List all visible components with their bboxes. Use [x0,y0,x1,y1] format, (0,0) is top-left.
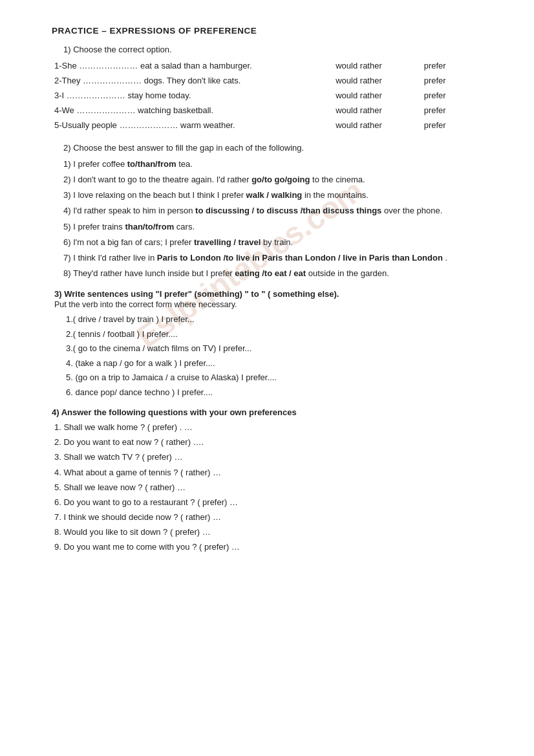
item-rest: cars. [174,222,195,232]
item-num: 6) [63,237,71,247]
table-row: 4-We ………………… watching basketball. would … [52,104,495,116]
item-num: 3) [63,190,71,200]
section4-header: 4) Answer the following questions with y… [52,407,495,417]
list-item: 2.( tennis / football ) I prefer.... [66,328,495,341]
option2-cell: prefer [422,74,495,87]
list-item: 7. I think we should decide now ? ( rath… [54,511,495,524]
list-item: 8. Would you like to sit down ? ( prefer… [54,526,495,539]
item-rest: outside in the garden. [306,268,389,278]
item-text: I prefer trains [73,222,125,232]
option1-cell: would rather [323,104,421,116]
item-num: 5) [63,222,71,232]
option2-cell: prefer [422,104,495,116]
item-rest: . [443,253,447,263]
list-item: 5) I prefer trains than/to/from cars. [63,221,495,233]
section3-list: 1.( drive / travel by train ) I prefer..… [66,313,495,398]
sentence-cell: 4-We ………………… watching basketball. [52,104,323,116]
section3: 3) Write sentences using "I prefer" (som… [52,289,495,398]
sentence-cell: 2-They ………………… dogs. They don't like cat… [52,74,323,87]
table-row: 1-She ………………… eat a salad than a hamburg… [52,59,495,72]
item-num: 7) [63,253,71,263]
section1-table: 1-She ………………… eat a salad than a hamburg… [52,59,495,134]
item-num: 4) [63,206,71,215]
option1-cell: would rather [323,89,421,102]
item-bold: travelling / travel [194,237,261,247]
list-item: 1) I prefer coffee to/than/from tea. [63,158,495,171]
item-bold: to discussing / to discuss /than discuss… [195,206,381,215]
option2-cell: prefer [422,119,495,131]
list-item: 4) I'd rather speak to him in person to … [63,204,495,217]
section2-header: 2) Choose the best answer to fill the ga… [63,143,495,153]
item-text: I think I'd rather live in [73,253,157,263]
item-bold: eating /to eat / eat [235,268,306,278]
page-title: PRACTICE – EXPRESSIONS OF PREFERENCE [52,26,495,36]
item-rest: to the cinema. [310,175,365,184]
sentence-cell: 1-She ………………… eat a salad than a hamburg… [52,59,323,72]
item-rest: over the phone. [381,206,442,215]
list-item: 9. Do you want me to come with you ? ( p… [54,541,495,554]
table-row: 2-They ………………… dogs. They don't like cat… [52,74,495,87]
item-rest: tea. [176,159,193,169]
option1-cell: would rather [323,59,421,72]
item-bold: walk / walking [246,190,303,200]
list-item: 8) They'd rather have lunch inside but I… [63,267,495,280]
list-item: 4. (take a nap / go for a walk ) I prefe… [66,357,495,370]
item-bold: Paris to London /to live in Paris than L… [157,253,443,263]
item-bold: than/to/from [125,222,174,232]
option1-cell: would rather [323,119,421,131]
item-rest: in the mountains. [302,190,368,200]
table-row: 5-Usually people ………………… warm weather. w… [52,119,495,131]
table-row: 3-I ………………… stay home today. would rathe… [52,89,495,102]
list-item: 1. Shall we walk home ? ( prefer) . … [54,421,495,434]
list-item: 2. Do you want to eat now ? ( rather) …. [54,436,495,449]
item-bold: to/than/from [127,159,176,169]
list-item: 6. dance pop/ dance techno ) I prefer...… [66,386,495,399]
list-item: 3.( go to the cinema / watch films on TV… [66,342,495,355]
item-num: 2) [63,175,71,184]
section2-list: 1) I prefer coffee to/than/from tea.2) I… [63,158,495,280]
list-item: 6) I'm not a big fan of cars; I prefer t… [63,236,495,249]
option2-cell: prefer [422,89,495,102]
section4: 4) Answer the following questions with y… [52,407,495,554]
item-text: I prefer coffee [73,159,127,169]
option2-cell: prefer [422,59,495,72]
item-text: I don't want to go to the theatre again.… [73,175,251,184]
item-num: 1) [63,159,71,169]
list-item: 7) I think I'd rather live in Paris to L… [63,252,495,265]
item-rest: by train. [261,237,293,247]
section3-sub: Put the verb into the correct form where… [54,300,495,309]
item-text: They'd rather have lunch inside but I pr… [73,268,235,278]
sentence-cell: 5-Usually people ………………… warm weather. [52,119,323,131]
list-item: 6. Do you want to go to a restaurant ? (… [54,496,495,509]
list-item: 5. (go on a trip to Jamaica / a cruise t… [66,371,495,384]
item-text: I'm not a big fan of cars; I prefer [73,237,194,247]
list-item: 3. Shall we watch TV ? ( prefer) … [54,451,495,464]
sentence-cell: 3-I ………………… stay home today. [52,89,323,102]
item-text: I love relaxing on the beach but I think… [73,190,246,200]
section4-list: 1. Shall we walk home ? ( prefer) . …2. … [54,421,495,554]
list-item: 1.( drive / travel by train ) I prefer..… [66,313,495,326]
item-text: I'd rather speak to him in person [73,206,195,215]
list-item: 4. What about a game of tennis ? ( rathe… [54,466,495,479]
list-item: 3) I love relaxing on the beach but I th… [63,189,495,202]
section1-header: 1) Choose the correct option. [63,45,495,54]
item-bold: go/to go/going [251,175,310,184]
list-item: 2) I don't want to go to the theatre aga… [63,173,495,186]
section3-header: 3) Write sentences using "I prefer" (som… [54,289,495,299]
item-num: 8) [63,268,71,278]
list-item: 5. Shall we leave now ? ( rather) … [54,481,495,494]
option1-cell: would rather [323,74,421,87]
